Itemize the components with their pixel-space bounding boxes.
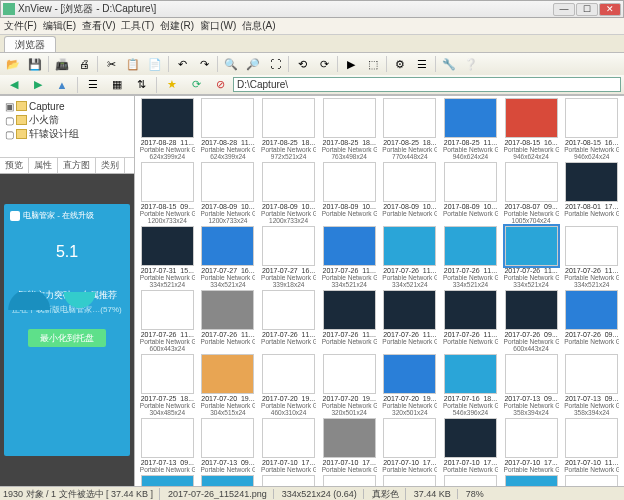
- tree-item[interactable]: ▢轩辕设计组: [3, 127, 131, 141]
- thumbnail-item[interactable]: 2017-07-13_09... Portable Network Gr...: [199, 418, 258, 473]
- thumbnail-item[interactable]: 2017-08-28_11... Portable Network Gr... …: [138, 98, 197, 160]
- paste-icon[interactable]: 📄: [145, 55, 165, 73]
- thumbnail-item[interactable]: 2017-07-13_09... Portable Network Gr...: [138, 418, 197, 473]
- thumbnail-item[interactable]: 2017-07-26_09... Portable Network Gr...: [562, 290, 621, 352]
- thumbnail-item[interactable]: 2017-08-28_11... Portable Network Gr... …: [199, 98, 258, 160]
- thumbnail-item[interactable]: 2017-08-15_16... Portable Network Gr... …: [502, 98, 561, 160]
- menu-edit[interactable]: 编辑(E): [43, 19, 76, 33]
- open-icon[interactable]: 📂: [3, 55, 23, 73]
- thumbnail-item[interactable]: 2017-07-26_11... Portable Network Gr...: [441, 290, 500, 352]
- thumbnail-item[interactable]: 2017-08-09_10... Portable Network Gr...: [320, 162, 379, 224]
- cut-icon[interactable]: ✂: [101, 55, 121, 73]
- tab-histogram[interactable]: 直方图: [58, 158, 96, 173]
- thumbnail-item[interactable]: 2017-07-26_11... Portable Network Gr...: [381, 290, 440, 352]
- view-list-icon[interactable]: ☰: [83, 76, 103, 94]
- folder-tree[interactable]: ▣Capture ▢小火箭 ▢轩辕设计组: [0, 96, 134, 158]
- batch-icon[interactable]: ☰: [412, 55, 432, 73]
- thumbnail-item[interactable]: 2017-07-16_18... Portable Network Gr... …: [441, 354, 500, 416]
- slideshow-icon[interactable]: ▶: [341, 55, 361, 73]
- thumbnail-item[interactable]: 2017-07-... Portable Network Gr...: [381, 475, 440, 486]
- thumbnail-item[interactable]: 2017-08-25_18... Portable Network Gr... …: [381, 98, 440, 160]
- thumbnail-item[interactable]: 2017-07-20_19... Portable Network Gr... …: [320, 354, 379, 416]
- thumbnail-item[interactable]: 2017-07-27_16... Portable Network Gr... …: [199, 226, 258, 288]
- fav-icon[interactable]: ★: [162, 76, 182, 94]
- tab-browser[interactable]: 浏览器: [4, 36, 56, 52]
- thumbnail-item[interactable]: 2017-07-... Portable Network Gr...: [320, 475, 379, 486]
- thumbnail-item[interactable]: 2017-07-10_11... Portable Network Gr...: [562, 418, 621, 473]
- print-icon[interactable]: 🖨: [74, 55, 94, 73]
- thumbnail-item[interactable]: 2017-08-25_18... Portable Network Gr... …: [320, 98, 379, 160]
- menu-window[interactable]: 窗口(W): [200, 19, 236, 33]
- settings-icon[interactable]: 🔧: [439, 55, 459, 73]
- thumbnail-item[interactable]: 2017-08-01_17... Portable Network Gr...: [562, 162, 621, 224]
- thumbnail-item[interactable]: 2017-07-27_16... Portable Network Gr... …: [259, 226, 318, 288]
- maximize-button[interactable]: ☐: [576, 3, 598, 16]
- menu-tools[interactable]: 工具(T): [121, 19, 154, 33]
- forward-icon[interactable]: ▶: [28, 76, 48, 94]
- menu-create[interactable]: 创建(R): [160, 19, 194, 33]
- sort-icon[interactable]: ⇅: [131, 76, 151, 94]
- menu-view[interactable]: 查看(V): [82, 19, 115, 33]
- up-icon[interactable]: ▲: [52, 76, 72, 94]
- thumbnail-item[interactable]: 2017-07-... Portable Network Gr...: [562, 475, 621, 486]
- undo-icon[interactable]: ↶: [172, 55, 192, 73]
- thumbnail-item[interactable]: 2017-07-26_09... Portable Network Gr... …: [502, 290, 561, 352]
- thumbnail-item[interactable]: 2017-07-26_11... Portable Network Gr... …: [381, 226, 440, 288]
- thumbnail-item[interactable]: 2017-07-26_11... Portable Network Gr...: [199, 290, 258, 352]
- thumbnail-item[interactable]: 2017-07-20_19... Portable Network Gr... …: [199, 354, 258, 416]
- thumbnail-item[interactable]: 2017-07-... Portable Network Gr...: [441, 475, 500, 486]
- fullscreen-icon[interactable]: ⬚: [363, 55, 383, 73]
- help-icon[interactable]: ❔: [461, 55, 481, 73]
- thumbnail-item[interactable]: 2017-07-26_11... Portable Network Gr... …: [502, 226, 561, 288]
- thumbnail-item[interactable]: 2017-07-10_17... Portable Network Gr...: [259, 418, 318, 473]
- thumbnail-item[interactable]: 2017-07-... Portable Network Gr...: [138, 475, 197, 486]
- save-icon[interactable]: 💾: [25, 55, 45, 73]
- thumbnail-item[interactable]: 2017-07-10_17... Portable Network Gr...: [441, 418, 500, 473]
- thumbnail-item[interactable]: 2017-08-15_16... Portable Network Gr... …: [562, 98, 621, 160]
- back-icon[interactable]: ◀: [4, 76, 24, 94]
- rotate-left-icon[interactable]: ⟲: [292, 55, 312, 73]
- thumbnail-item[interactable]: 2017-08-25_11... Portable Network Gr... …: [441, 98, 500, 160]
- tree-item[interactable]: ▣Capture: [3, 99, 131, 113]
- thumbnail-item[interactable]: 2017-07-26_11... Portable Network Gr... …: [562, 226, 621, 288]
- tab-categories[interactable]: 类别: [96, 158, 125, 173]
- thumbnail-item[interactable]: 2017-08-15_09... Portable Network Gr... …: [138, 162, 197, 224]
- copy-icon[interactable]: 📋: [123, 55, 143, 73]
- thumbnail-item[interactable]: 2017-07-10_17... Portable Network Gr...: [502, 418, 561, 473]
- tab-preview[interactable]: 预览: [0, 158, 29, 173]
- thumbnail-item[interactable]: 2017-08-07_09... Portable Network Gr... …: [502, 162, 561, 224]
- fit-icon[interactable]: ⛶: [265, 55, 285, 73]
- thumbnail-item[interactable]: 2017-07-26_11... Portable Network Gr... …: [320, 226, 379, 288]
- thumbnail-item[interactable]: 2017-08-09_10... Portable Network Gr...: [381, 162, 440, 224]
- thumbnail-item[interactable]: 2017-08-09_10... Portable Network Gr...: [441, 162, 500, 224]
- thumbnail-item[interactable]: 2017-07-26_11... Portable Network Gr... …: [138, 290, 197, 352]
- thumbnail-item[interactable]: 2017-07-13_09... Portable Network Gr... …: [502, 354, 561, 416]
- thumbnail-item[interactable]: 2017-07-26_11... Portable Network Gr...: [320, 290, 379, 352]
- thumbnail-item[interactable]: 2017-07-... Portable Network Gr...: [199, 475, 258, 486]
- thumbnail-item[interactable]: 2017-07-31_15... Portable Network Gr... …: [138, 226, 197, 288]
- thumbnail-item[interactable]: 2017-08-25_18... Portable Network Gr... …: [259, 98, 318, 160]
- tab-properties[interactable]: 属性: [29, 158, 58, 173]
- tree-item[interactable]: ▢小火箭: [3, 113, 131, 127]
- rotate-right-icon[interactable]: ⟳: [314, 55, 334, 73]
- thumbnail-item[interactable]: 2017-07-... Portable Network Gr...: [502, 475, 561, 486]
- thumbnail-item[interactable]: 2017-07-10_17... Portable Network Gr...: [320, 418, 379, 473]
- scan-icon[interactable]: 📠: [52, 55, 72, 73]
- refresh-icon[interactable]: ⟳: [186, 76, 206, 94]
- thumbnail-item[interactable]: 2017-07-25_18... Portable Network Gr... …: [138, 354, 197, 416]
- thumbnail-item[interactable]: 2017-07-20_19... Portable Network Gr... …: [259, 354, 318, 416]
- thumbnail-item[interactable]: 2017-07-... Portable Network Gr...: [259, 475, 318, 486]
- address-input[interactable]: D:\Capture\: [233, 77, 621, 92]
- menu-file[interactable]: 文件(F): [4, 19, 37, 33]
- thumbnail-item[interactable]: 2017-07-20_19... Portable Network Gr... …: [381, 354, 440, 416]
- close-button[interactable]: ✕: [599, 3, 621, 16]
- thumbnail-grid[interactable]: 2017-08-28_11... Portable Network Gr... …: [135, 96, 624, 486]
- menu-info[interactable]: 信息(A): [242, 19, 275, 33]
- thumbnail-item[interactable]: 2017-07-26_11... Portable Network Gr...: [259, 290, 318, 352]
- thumbnail-item[interactable]: 2017-07-10_17... Portable Network Gr...: [381, 418, 440, 473]
- redo-icon[interactable]: ↷: [194, 55, 214, 73]
- convert-icon[interactable]: ⚙: [390, 55, 410, 73]
- zoom-out-icon[interactable]: 🔎: [243, 55, 263, 73]
- view-thumb-icon[interactable]: ▦: [107, 76, 127, 94]
- thumbnail-item[interactable]: 2017-07-26_11... Portable Network Gr... …: [441, 226, 500, 288]
